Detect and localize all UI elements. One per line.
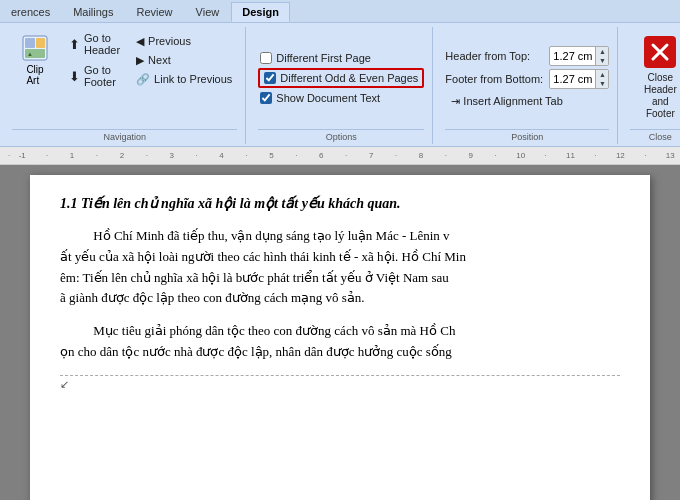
header-from-top-spinner[interactable]: ▲ ▼ <box>549 46 609 66</box>
different-odd-even-option[interactable]: Different Odd & Even Pages <box>262 71 420 85</box>
ruler-mark: · <box>481 151 511 160</box>
nav-buttons: ◀ Previous ▶ Next 🔗 Link to Previous <box>131 33 237 88</box>
insert-alignment-tab-label: Insert Alignment Tab <box>463 95 562 107</box>
ruler-mark: 9 <box>461 151 481 160</box>
ruler-mark: 10 <box>511 151 531 160</box>
position-group: Header from Top: ▲ ▼ Footer from Bottom: <box>437 27 618 144</box>
svg-rect-2 <box>36 38 45 48</box>
goto-header-icon: ⬆ <box>69 37 80 52</box>
ruler-mark: · <box>132 151 162 160</box>
tab-references[interactable]: erences <box>0 2 61 22</box>
footer-area: ↙ <box>60 375 620 391</box>
document-area: 1.1 Tiến lên chủ nghĩa xã hội là một tất… <box>0 165 680 500</box>
document-page: 1.1 Tiến lên chủ nghĩa xã hội là một tất… <box>30 175 650 500</box>
clip-art-icon: ▲ <box>21 34 49 62</box>
header-from-top-down[interactable]: ▼ <box>596 56 608 65</box>
show-document-text-label: Show Document Text <box>276 92 380 104</box>
ruler: · -1 · 1 · 2 · 3 · 4 · 5 · 6 · 7 · 8 · 9… <box>0 147 680 165</box>
link-to-previous-button[interactable]: 🔗 Link to Previous <box>131 71 237 88</box>
footer-from-bottom-up[interactable]: ▲ <box>596 70 608 79</box>
tab-design[interactable]: Design <box>231 2 290 22</box>
ruler-mark: · <box>32 151 62 160</box>
ruler-mark: 8 <box>411 151 431 160</box>
document-paragraph-1: Hồ Chí Minh đã tiếp thu, vận dụng sáng t… <box>60 226 620 309</box>
footer-from-bottom-arrows: ▲ ▼ <box>595 70 608 88</box>
options-group-content: Different First Page Different Odd & Eve… <box>258 29 424 127</box>
tab-mailings[interactable]: Mailings <box>62 2 124 22</box>
ruler-mark: · <box>431 151 461 160</box>
header-from-top-arrows: ▲ ▼ <box>595 47 608 65</box>
close-group: Close Headerand Footer Close <box>622 27 680 144</box>
ribbon-groups: ▲ ClipArt ⬆ Go toHeader ⬇ Go toF <box>0 23 680 146</box>
different-odd-even-highlight: Different Odd & Even Pages <box>258 68 424 88</box>
ruler-mark: -1 <box>12 151 32 160</box>
tab-review[interactable]: Review <box>126 2 184 22</box>
different-first-page-option[interactable]: Different First Page <box>258 51 424 65</box>
ruler-mark: · <box>580 151 610 160</box>
navigation-group-content: ▲ ClipArt ⬆ Go toHeader ⬇ Go toF <box>12 29 237 127</box>
svg-rect-1 <box>25 38 35 48</box>
previous-button[interactable]: ◀ Previous <box>131 33 237 50</box>
different-first-page-label: Different First Page <box>276 52 371 64</box>
ruler-mark: 3 <box>162 151 182 160</box>
position-controls: Header from Top: ▲ ▼ Footer from Bottom: <box>445 46 609 111</box>
goto-footer-button[interactable]: ⬇ Go toFooter <box>64 62 125 90</box>
show-document-text-option[interactable]: Show Document Text <box>258 91 424 105</box>
position-group-title: Position <box>445 129 609 142</box>
close-header-footer-button[interactable]: Close Headerand Footer <box>630 29 680 127</box>
different-odd-even-checkbox[interactable] <box>264 72 276 84</box>
footer-from-bottom-input[interactable] <box>550 72 595 86</box>
ruler-mark: · <box>381 151 411 160</box>
goto-header-label: Go toHeader <box>84 32 120 56</box>
ruler-mark: · <box>630 151 660 160</box>
close-header-footer-label: Close Headerand Footer <box>641 72 679 120</box>
footer-from-bottom-row: Footer from Bottom: ▲ ▼ <box>445 69 609 89</box>
navigation-group: ▲ ClipArt ⬆ Go toHeader ⬇ Go toF <box>4 27 246 144</box>
ruler-mark: 5 <box>261 151 281 160</box>
header-from-top-up[interactable]: ▲ <box>596 47 608 56</box>
ruler-mark: 6 <box>311 151 331 160</box>
footer-from-bottom-down[interactable]: ▼ <box>596 79 608 88</box>
close-group-content: Close Headerand Footer <box>630 29 680 127</box>
ruler-mark: 4 <box>212 151 232 160</box>
clip-art-label: ClipArt <box>26 64 43 86</box>
footer-from-bottom-spinner[interactable]: ▲ ▼ <box>549 69 609 89</box>
different-odd-even-label: Different Odd & Even Pages <box>280 72 418 84</box>
ruler-mark: 11 <box>561 151 581 160</box>
link-previous-icon: 🔗 <box>136 73 150 86</box>
ruler-mark: 13 <box>660 151 680 160</box>
ruler-marks: · -1 · 1 · 2 · 3 · 4 · 5 · 6 · 7 · 8 · 9… <box>8 151 680 160</box>
document-paragraph-2: Mục tiêu giải phóng dân tộc theo con đườ… <box>60 321 620 363</box>
header-from-top-input[interactable] <box>550 49 595 63</box>
goto-footer-icon: ⬇ <box>69 69 80 84</box>
goto-header-button[interactable]: ⬆ Go toHeader <box>64 30 125 58</box>
footer-indicator-icon: ↙ <box>60 378 69 391</box>
previous-icon: ◀ <box>136 35 144 48</box>
alignment-tab-icon: ⇥ <box>451 95 460 108</box>
ruler-mark: · <box>281 151 311 160</box>
navigation-group-title: Navigation <box>12 129 237 142</box>
footer-from-bottom-label: Footer from Bottom: <box>445 73 545 85</box>
header-from-top-row: Header from Top: ▲ ▼ <box>445 46 609 66</box>
ruler-mark: 1 <box>62 151 82 160</box>
next-icon: ▶ <box>136 54 144 67</box>
show-document-text-checkbox[interactable] <box>260 92 272 104</box>
next-button[interactable]: ▶ Next <box>131 52 237 69</box>
ruler-mark: 7 <box>361 151 381 160</box>
link-previous-label: Link to Previous <box>154 73 232 85</box>
options-group: Different First Page Different Odd & Eve… <box>250 27 433 144</box>
goto-footer-label: Go toFooter <box>84 64 116 88</box>
goto-buttons: ⬆ Go toHeader ⬇ Go toFooter <box>64 30 125 90</box>
ruler-mark: · <box>82 151 112 160</box>
options-checkboxes: Different First Page Different Odd & Eve… <box>258 51 424 105</box>
tab-view[interactable]: View <box>185 2 231 22</box>
ruler-mark: 2 <box>112 151 132 160</box>
insert-alignment-tab-button[interactable]: ⇥ Insert Alignment Tab <box>445 92 609 111</box>
ribbon: erences Mailings Review View Design <box>0 0 680 147</box>
ruler-mark: · <box>331 151 361 160</box>
ruler-mark: · <box>531 151 561 160</box>
clip-art-button[interactable]: ▲ ClipArt <box>12 29 58 91</box>
close-group-title: Close <box>630 129 680 142</box>
next-label: Next <box>148 54 171 66</box>
different-first-page-checkbox[interactable] <box>260 52 272 64</box>
